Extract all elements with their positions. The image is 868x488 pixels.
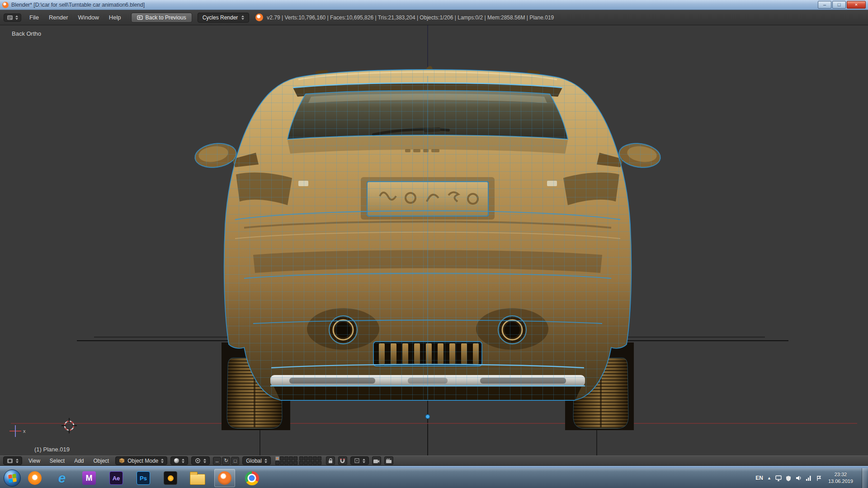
- layer-toggle[interactable]: [313, 456, 317, 460]
- editor-type-button[interactable]: [3, 456, 22, 465]
- display-tray-icon[interactable]: [775, 475, 782, 481]
- layer-toggle[interactable]: [293, 461, 297, 465]
- render-engine-select[interactable]: Cycles Render: [198, 13, 250, 23]
- menu-view[interactable]: View: [25, 457, 43, 465]
- language-indicator[interactable]: EN: [755, 475, 763, 481]
- render-engine-value: Cycles Render: [203, 14, 238, 21]
- rotate-manipulator-icon[interactable]: ↻: [222, 457, 230, 465]
- axis-gizmo: x: [9, 425, 26, 437]
- back-to-previous-button[interactable]: Back to Previous: [131, 13, 192, 23]
- clock-time: 23:32: [828, 471, 853, 478]
- layer-toggle[interactable]: [280, 456, 284, 460]
- layer-selector: [275, 456, 321, 465]
- view-orientation-label: Back Ortho: [12, 30, 41, 37]
- menu-object[interactable]: Object: [90, 457, 113, 465]
- cursor-3d: [61, 418, 77, 433]
- layer-toggle[interactable]: [284, 456, 288, 460]
- shading-select[interactable]: [170, 456, 188, 465]
- mode-select[interactable]: Object Mode: [115, 456, 167, 465]
- lock-to-scene-button[interactable]: [326, 456, 335, 465]
- dark-app-button[interactable]: [160, 469, 181, 487]
- scale-manipulator-icon[interactable]: □: [231, 457, 239, 465]
- layer-toggle[interactable]: [308, 456, 312, 460]
- menu-help[interactable]: Help: [104, 12, 126, 23]
- back-screen-icon: [137, 15, 143, 20]
- opengl-render-button[interactable]: [372, 456, 381, 465]
- layer-toggle[interactable]: [313, 461, 317, 465]
- folder-icon: [190, 474, 205, 485]
- active-object-label: (1) Plane.019: [34, 446, 70, 453]
- action-center-flag-icon[interactable]: [816, 475, 821, 481]
- viewport-area[interactable]: x Back Ortho (1) Plane.019: [0, 25, 868, 455]
- layer-toggle[interactable]: [275, 456, 279, 460]
- taskbar-clock[interactable]: 23:32 13.06.2019: [828, 471, 853, 485]
- start-button[interactable]: [4, 469, 21, 487]
- blender-taskbar-button[interactable]: [214, 469, 235, 487]
- blender-logo-icon: [255, 14, 263, 21]
- updown-arrows-icon: [161, 459, 164, 463]
- pivot-select[interactable]: [191, 456, 210, 465]
- layer-toggle[interactable]: [317, 461, 321, 465]
- desktop: Blender* [D:\car for sell\Turntable car …: [0, 0, 868, 488]
- chrome-icon: [245, 471, 259, 485]
- object-origin[interactable]: [426, 415, 430, 419]
- layer-toggle[interactable]: [308, 461, 312, 465]
- layer-toggle[interactable]: [304, 461, 308, 465]
- menu-select[interactable]: Select: [47, 457, 68, 465]
- explorer-button[interactable]: [187, 469, 208, 487]
- show-desktop-button[interactable]: [862, 468, 867, 488]
- blender-app-icon: [2, 2, 9, 8]
- pivot-point-icon: [195, 458, 201, 464]
- manipulator-toggles: ↔ ↻ □: [213, 457, 239, 465]
- snap-element-select[interactable]: [350, 456, 369, 465]
- windows-flag-icon: [8, 474, 17, 483]
- layer-toggle[interactable]: [293, 456, 297, 460]
- security-tray-icon[interactable]: [786, 475, 791, 481]
- menu-window[interactable]: Window: [74, 12, 104, 23]
- layer-toggle[interactable]: [289, 461, 293, 465]
- menu-render[interactable]: Render: [44, 12, 73, 23]
- after-effects-button[interactable]: Ae: [106, 469, 127, 487]
- editor-type-button[interactable]: [4, 14, 21, 22]
- snap-element-icon: [354, 458, 360, 464]
- svg-text:x: x: [23, 428, 26, 434]
- layer-toggle[interactable]: [299, 456, 303, 460]
- menu-file[interactable]: File: [25, 12, 43, 23]
- muse-app-button[interactable]: M: [79, 469, 99, 487]
- network-tray-icon[interactable]: [806, 475, 812, 481]
- layer-toggle[interactable]: [304, 456, 308, 460]
- layer-toggle[interactable]: [317, 456, 321, 460]
- updown-arrows-icon: [241, 15, 244, 20]
- car-model[interactable]: [190, 61, 665, 430]
- back-to-previous-label: Back to Previous: [146, 14, 186, 21]
- translate-manipulator-icon[interactable]: ↔: [213, 457, 221, 465]
- hidden-icons-button[interactable]: ▲: [767, 476, 771, 480]
- updown-arrows-icon: [15, 15, 18, 20]
- after-effects-icon: Ae: [109, 471, 123, 485]
- orientation-select[interactable]: Global: [242, 456, 271, 465]
- updown-arrows-icon: [264, 459, 267, 463]
- photoshop-icon: Ps: [137, 471, 150, 485]
- minimize-button[interactable]: –: [818, 1, 831, 9]
- info-editor-icon: [7, 15, 13, 20]
- orientation-value: Global: [246, 458, 262, 464]
- maximize-button[interactable]: □: [832, 1, 846, 9]
- layer-toggle[interactable]: [299, 461, 303, 465]
- info-header: File Render Window Help Back to Previous…: [0, 10, 868, 25]
- layer-toggle[interactable]: [289, 456, 293, 460]
- opengl-render-anim-button[interactable]: [384, 456, 393, 465]
- close-button[interactable]: ×: [847, 1, 866, 9]
- photoshop-button[interactable]: Ps: [133, 469, 154, 487]
- snap-toggle-button[interactable]: [338, 456, 347, 465]
- viewport-3d-canvas[interactable]: x: [0, 25, 868, 455]
- layer-toggle[interactable]: [275, 461, 279, 465]
- internet-explorer-button[interactable]: e: [52, 469, 72, 487]
- layer-toggle[interactable]: [280, 461, 284, 465]
- volume-tray-icon[interactable]: [795, 475, 802, 481]
- media-player-app-button[interactable]: [24, 469, 45, 487]
- updown-arrows-icon: [16, 459, 19, 463]
- menu-add[interactable]: Add: [71, 457, 87, 465]
- layer-toggle[interactable]: [284, 461, 288, 465]
- magnet-icon: [340, 458, 345, 464]
- chrome-button[interactable]: [241, 469, 262, 487]
